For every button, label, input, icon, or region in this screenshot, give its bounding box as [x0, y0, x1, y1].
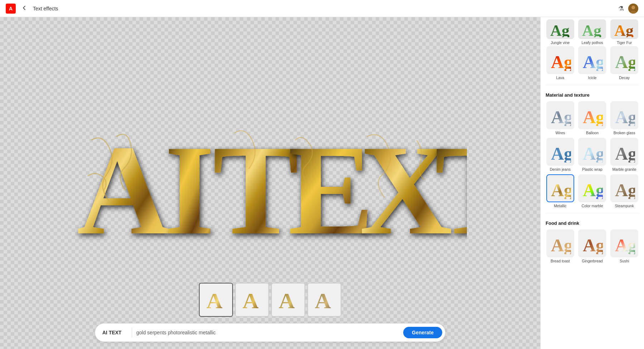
page-title: Text effects [33, 6, 58, 11]
thumbnail-2[interactable]: A [235, 283, 269, 317]
food-drink-section: Food and drink [541, 216, 644, 265]
flask-icon[interactable]: ⚗ [618, 5, 624, 13]
svg-text:Ag: Ag [614, 22, 634, 37]
back-button[interactable] [20, 4, 29, 14]
svg-text:Ag: Ag [615, 107, 635, 126]
thumb-svg-2: A [240, 287, 265, 312]
effect-thumb-sushi: Ag [610, 229, 638, 257]
letter-t2: T [435, 118, 467, 248]
effect-label-leafy-pothos: Leafy pothos [581, 40, 603, 45]
effect-bread-toast[interactable]: Ag Bread toast [546, 229, 575, 263]
header: A Text effects ⚗ [0, 0, 644, 17]
effect-decay[interactable]: Ag Decay [610, 46, 639, 80]
effect-label-wires: Wires [555, 131, 565, 135]
effect-thumb-denim-jeans: Ag [546, 138, 574, 166]
effect-label-balloon: Balloon [586, 131, 599, 135]
effect-metallic[interactable]: Ag Metallic [546, 174, 575, 208]
ai-text-render: A I T E X T [73, 105, 467, 248]
effect-steampunk[interactable]: Ag Steampunk [610, 174, 639, 208]
thumb-svg-4: A [312, 287, 337, 312]
effect-thumb-decay: Ag [610, 46, 638, 74]
svg-text:Ag: Ag [615, 144, 635, 163]
material-effects-grid: Ag Wires [546, 101, 639, 208]
avatar[interactable] [628, 4, 638, 14]
svg-text:Ag: Ag [551, 144, 571, 163]
effect-thumb-icicle: Ag [578, 46, 606, 74]
ai-text-svg: A I T E X T [73, 105, 467, 248]
prompt-bar: AI TEXT Generate [95, 323, 445, 342]
svg-text:Ag: Ag [583, 107, 603, 126]
adobe-logo[interactable]: A [6, 4, 16, 14]
svg-text:A: A [206, 289, 223, 312]
svg-text:Ag: Ag [615, 52, 635, 71]
effect-plastic-wrap[interactable]: Ag Plastic wrap [578, 138, 607, 171]
canvas-area: A I T E X T [0, 17, 540, 349]
effect-label-lava: Lava [556, 76, 564, 80]
effect-label-bread-toast: Bread toast [551, 259, 570, 263]
thumbnail-1[interactable]: A [199, 283, 233, 317]
thumbnail-bar: A A [199, 283, 341, 317]
effect-label-marble-granite: Marble granite [613, 167, 636, 171]
effect-thumb-broken-glass: Ag [610, 101, 638, 129]
effect-thumb-tiger-fur: Ag [610, 19, 638, 39]
effect-label-plastic-wrap: Plastic wrap [582, 167, 602, 171]
effect-tiger-fur[interactable]: Ag Tiger Fur [610, 19, 639, 45]
effect-label-steampunk: Steampunk [615, 204, 634, 208]
top-row: Ag Jungle vine Ag [541, 17, 644, 46]
material-section-title: Material and texture [546, 92, 639, 98]
effect-thumb-lava: Ag [546, 46, 574, 74]
svg-text:Ag: Ag [550, 22, 570, 37]
effect-lava[interactable]: Ag Lava [546, 46, 575, 80]
svg-text:Ag: Ag [551, 107, 571, 126]
effect-label-denim-jeans: Denim jeans [550, 167, 571, 171]
effect-icicle[interactable]: Ag Icicle [578, 46, 607, 80]
thumbnail-3[interactable]: A [271, 283, 305, 317]
prompt-input[interactable] [136, 330, 399, 335]
svg-text:Ag: Ag [615, 180, 635, 199]
svg-text:Ag: Ag [615, 235, 635, 254]
effect-leafy-pothos[interactable]: Ag Leafy pothos [578, 19, 607, 45]
effect-thumb-plastic-wrap: Ag [578, 138, 606, 166]
effect-label-color-marble: Color marble [581, 204, 603, 208]
avatar-image [628, 4, 638, 14]
svg-text:Ag: Ag [551, 52, 571, 71]
effect-wires[interactable]: Ag Wires [546, 101, 575, 135]
svg-text:Ag: Ag [582, 22, 601, 37]
food-effects-grid: Ag Bread toast [546, 229, 639, 263]
svg-text:Ag: Ag [583, 235, 603, 254]
effect-broken-glass[interactable]: Ag Broken glass [610, 101, 639, 135]
letter-a: A [77, 118, 170, 248]
effect-jungle-vine[interactable]: Ag Jungle vine [546, 19, 575, 45]
material-texture-section: Material and texture [541, 88, 644, 210]
effect-thumb-leafy-pothos: Ag [578, 19, 606, 39]
header-actions: ⚗ [618, 4, 638, 14]
effect-label-jungle-vine: Jungle vine [551, 40, 570, 45]
effect-label-tiger-fur: Tiger Fur [617, 40, 632, 45]
effect-gingerbread[interactable]: Ag Gingerbread [578, 229, 607, 263]
effect-thumb-wires: Ag [546, 101, 574, 129]
svg-text:Ag: Ag [583, 180, 603, 199]
svg-text:A: A [315, 289, 331, 312]
effect-denim-jeans[interactable]: Ag Denim jeans [546, 138, 575, 171]
effect-label-icicle: Icicle [588, 76, 597, 80]
panel-separator-2 [546, 213, 639, 213]
main-layout: A I T E X T [0, 17, 644, 349]
thumbnail-4[interactable]: A [307, 283, 341, 317]
effect-thumb-color-marble: Ag [578, 174, 606, 202]
food-section-title: Food and drink [546, 220, 639, 226]
nature-effects-row2: Ag Lava [541, 46, 644, 82]
effect-thumb-balloon: Ag [578, 101, 606, 129]
effect-sushi[interactable]: Ag Sushi [610, 229, 639, 263]
effect-thumb-bread-toast: Ag [546, 229, 574, 257]
generate-button[interactable]: Generate [403, 327, 442, 338]
svg-point-1 [631, 6, 635, 9]
effect-color-marble[interactable]: Ag Color marble [578, 174, 607, 208]
effect-label-broken-glass: Broken glass [614, 131, 635, 135]
right-panel: Ag Jungle vine Ag [540, 17, 644, 349]
letter-i: I [165, 118, 215, 248]
back-icon [21, 5, 27, 11]
effect-marble-granite[interactable]: Ag Marble granite [610, 138, 639, 171]
effect-thumb-steampunk: Ag [610, 174, 638, 202]
effect-thumb-metallic: Ag [546, 174, 574, 202]
effect-balloon[interactable]: Ag Balloon [578, 101, 607, 135]
